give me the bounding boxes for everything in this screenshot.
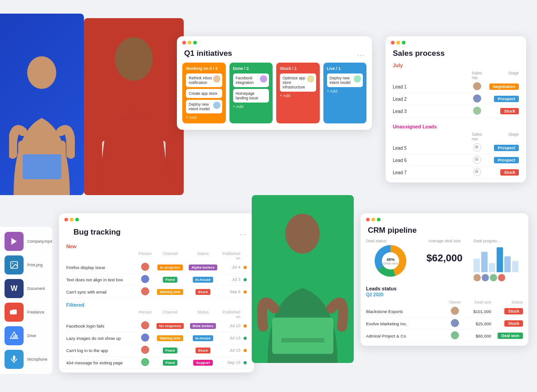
crm-bar [474,259,480,272]
word-icon: W [5,279,24,298]
status-badge: Support [193,360,213,366]
bug-row: Lazy images do not show up Waiting info … [59,332,254,344]
folder-icon [5,303,24,322]
svg-rect-9 [281,338,324,343]
kanban-item: Homepage landing issue [233,89,269,103]
minimize-dot [371,218,375,221]
svg-marker-10 [11,238,17,245]
crm-bar [512,261,518,272]
crm-bar [481,252,488,272]
crm-bar [497,247,503,272]
maximize-dot [377,218,381,221]
deal-progress-label: Deal progres... [474,239,523,243]
kanban-item: Rethink inbox notification [186,74,222,87]
deal-progress-section: Deal progres... [474,239,523,281]
sidebar-item-label: Document [27,286,45,291]
channel-badge: Waiting info [157,289,183,295]
window-controls [361,213,528,224]
avatar [451,331,459,339]
item-avatar [354,75,361,83]
deal-status-chart: 45% Deals won [375,245,406,277]
bug-section-filtered: Filtered [59,301,254,309]
bug-table-headers-2: Person Channel Status Published on [59,309,254,320]
owner-avatar [498,274,505,281]
channel-badge: No response [156,323,184,329]
july-section-label: July [386,61,526,70]
bug-row: Can't log in to the app Fixed Stuck Jul … [59,344,254,357]
sidebar-item[interactable]: Freelance [0,300,52,324]
indicator [244,290,247,294]
kanban-item: Deploy new intent model [327,74,363,87]
close-dot [366,218,370,221]
channel-badge: Waiting info [157,335,183,341]
kanban-add-btn[interactable]: + Add [186,115,222,120]
sales-row: Lead 6 Prospect [391,154,521,167]
status-badge: Stuck [195,348,211,353]
crm-lead-row: Admiral Project & Co $60,000 Deal won [366,330,523,342]
crm-top-row: Deal status 45% Deals won Average deal s… [361,239,528,286]
svg-point-12 [12,263,13,265]
avatar [141,321,149,329]
stage-badge: Prospect [494,145,519,151]
kanban-col-working: Working on it / 2 Rethink inbox notifica… [182,63,226,123]
sidebar-item[interactable]: W Document [0,277,52,300]
sidebar-item[interactable]: Microphone [0,348,52,371]
stage-badge: Stuck [504,308,523,314]
indicator [244,324,247,328]
unassigned-col-labels: Sales rep. Stage [391,131,521,142]
channel-badge: Fixed [163,348,178,353]
channel-badge: Fixed [163,360,178,366]
leads-status-title: Leads status [366,286,523,291]
sidebar-item-label: Freelance [27,310,44,314]
minimize-dot [188,41,191,44]
q1-more-button[interactable]: ... [357,49,365,58]
kanban-add-btn[interactable]: + Add [327,89,363,93]
kanban-item: Create app store [186,89,222,98]
bug-row: Firefox display issue In progress Alpha … [59,261,254,274]
avatar [141,287,149,295]
sidebar-item[interactable]: Print.png [0,253,52,277]
maximize-dot [75,218,79,221]
image-icon [5,255,24,274]
sidebar-item-label: Company.mp4 [27,239,52,244]
stage-badge: Prospect [494,157,519,163]
mic-icon [5,350,24,369]
status-badge: In-house [193,277,213,283]
sales-row: Lead 2 Prospect [391,93,521,105]
leads-status-section: Leads status Q2 2020 Owner Deal size Sta… [361,286,528,346]
kanban-item: Deploy new intent model [186,100,222,113]
sidebar-item[interactable]: Drive [0,324,52,348]
deal-status-label: Deal status [366,239,415,243]
avatar [141,275,149,283]
bug-section-new: New [59,242,254,250]
sales-row: Lead 5 Prospect [391,142,521,154]
svg-rect-15 [13,356,15,360]
kanban-col-stuck: Stuck / 1 Optimize app store infrastruct… [276,63,320,123]
bug-title: Bug tracking [66,226,128,240]
sidebar-item-label: Print.png [27,263,43,267]
indicator [244,266,247,269]
deal-progress-bars [474,245,523,272]
bug-row: 404 message for exiting page Fixed Suppo… [59,357,254,369]
kanban-add-btn[interactable]: + Add [280,93,316,98]
minimize-dot [396,41,400,44]
avatar [451,319,459,327]
kanban-add-btn[interactable]: + Add [233,104,269,109]
bug-more-button[interactable]: ... [239,229,247,237]
avatar [141,358,149,366]
deal-status-section: Deal status 45% Deals won [366,239,415,281]
window-controls [59,213,254,224]
owner-avatar [482,274,489,281]
minimize-dot [70,218,73,221]
close-dot [391,41,395,44]
svg-point-4 [115,37,153,81]
maximize-dot [402,41,405,44]
unassigned-section-label: Unassigned Leads [386,122,526,131]
empty-avatar [473,156,481,164]
sales-process-card: Sales process July Sales rep. Stage Lead… [386,36,526,182]
col-header-working: Working on it / 2 [186,66,222,71]
empty-avatar [473,168,481,176]
sidebar-item[interactable]: Company.mp4 [0,230,52,253]
close-dot [64,218,68,221]
sales-row: Lead 1 Negotiation [391,81,521,93]
